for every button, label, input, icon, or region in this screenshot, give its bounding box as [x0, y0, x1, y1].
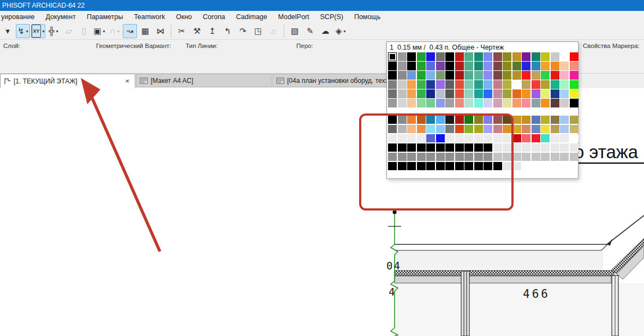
- explode-icon[interactable]: ◳: [251, 24, 265, 38]
- pen-color-cell[interactable]: [541, 125, 550, 134]
- pen-color-cell[interactable]: [522, 134, 530, 143]
- menu-item-corona[interactable]: Corona: [198, 11, 231, 23]
- pen-color-cell[interactable]: [551, 80, 559, 89]
- pen-color-cell[interactable]: [570, 99, 579, 107]
- magic-line-icon[interactable]: ↝: [123, 24, 137, 38]
- pen-color-cell[interactable]: [417, 89, 426, 98]
- pen-color-cell[interactable]: [417, 71, 426, 80]
- pen-color-cell[interactable]: [560, 153, 569, 161]
- pen-color-cell[interactable]: [560, 62, 569, 70]
- pen-color-cell[interactable]: [436, 80, 445, 89]
- cloud-estimate-icon[interactable]: ☁: [318, 24, 332, 38]
- pen-color-cell[interactable]: [522, 89, 530, 98]
- pen-color-cell[interactable]: [551, 62, 559, 70]
- pen-color-cell[interactable]: [522, 143, 530, 152]
- pen-color-cell[interactable]: [484, 99, 492, 107]
- pen-color-cell[interactable]: [417, 99, 426, 107]
- pen-color-cell[interactable]: [522, 80, 530, 89]
- pen-color-cell[interactable]: [474, 62, 483, 70]
- pen-color-cell[interactable]: [464, 71, 473, 80]
- pen-color-cell[interactable]: [532, 116, 540, 124]
- pen-color-cell[interactable]: [560, 116, 569, 124]
- pen-color-cell[interactable]: [541, 71, 550, 80]
- pen-color-cell[interactable]: [532, 80, 540, 89]
- dropdown-arrow-icon[interactable]: ▾: [26, 29, 28, 34]
- pen-color-cell[interactable]: [522, 71, 530, 80]
- fillet-icon[interactable]: ↷: [236, 24, 250, 38]
- pen-color-cell[interactable]: [541, 153, 550, 161]
- pen-color-cell[interactable]: [436, 89, 445, 98]
- pen-color-cell[interactable]: [560, 71, 569, 80]
- pen-color-cell[interactable]: [541, 89, 550, 98]
- pen-color-cell[interactable]: [522, 52, 530, 61]
- pen-color-cell[interactable]: [464, 89, 473, 98]
- pen-color-cell[interactable]: [503, 89, 511, 98]
- pen-color-cell[interactable]: [464, 52, 473, 61]
- pen-color-cell[interactable]: [493, 99, 502, 107]
- pen-color-cell[interactable]: [532, 89, 540, 98]
- pen-color-cell[interactable]: [398, 71, 407, 80]
- pen-color-cell[interactable]: [570, 153, 579, 161]
- pen-color-cell[interactable]: [522, 125, 530, 134]
- menu-item-уирование[interactable]: уирование: [0, 11, 40, 23]
- pen-color-cell[interactable]: [455, 62, 464, 70]
- overflow-dropdown-icon[interactable]: ▾: [1, 24, 15, 38]
- pen-color-cell[interactable]: [503, 62, 511, 70]
- pen-color-cell[interactable]: [474, 89, 483, 98]
- pen-color-cell[interactable]: [512, 71, 521, 80]
- pen-color-cell[interactable]: [398, 62, 407, 70]
- pen-color-cell[interactable]: [560, 125, 569, 134]
- pen-color-cell[interactable]: [484, 80, 492, 89]
- pen-color-cell[interactable]: [398, 89, 407, 98]
- pen-color-cell[interactable]: [512, 80, 521, 89]
- pen-color-cell[interactable]: [493, 62, 502, 70]
- pen-color-cell[interactable]: [407, 80, 416, 89]
- pen-color-cell[interactable]: [484, 89, 492, 98]
- duplicate-icon[interactable]: ▣▾: [92, 24, 106, 38]
- menu-item-teamwork[interactable]: Teamwork: [129, 11, 171, 23]
- pen-color-cell[interactable]: [455, 80, 464, 89]
- pen-color-cell[interactable]: [532, 125, 540, 134]
- pen-color-cell[interactable]: [522, 116, 530, 124]
- pen-color-cell[interactable]: [560, 99, 569, 107]
- pen-color-cell[interactable]: [560, 52, 569, 61]
- pen-color-cell[interactable]: [474, 71, 483, 80]
- tab-1[interactable]: [1. ТЕКУЩИЙ ЭТАЖ]×: [0, 74, 135, 88]
- pen-color-cell[interactable]: [426, 62, 435, 70]
- pen-color-cell[interactable]: [512, 99, 521, 107]
- menu-item-окно[interactable]: Окно: [171, 11, 198, 23]
- tab-2[interactable]: [Макет A4 AC]: [136, 74, 272, 87]
- dropdown-arrow-icon[interactable]: ▾: [43, 29, 45, 34]
- pen-color-cell[interactable]: [455, 71, 464, 80]
- pen-color-cell[interactable]: [455, 99, 464, 107]
- pen-color-cell[interactable]: [407, 52, 416, 61]
- pen-color-cell[interactable]: [541, 134, 550, 143]
- pen-color-cell[interactable]: [426, 52, 435, 61]
- pen-color-cell[interactable]: [532, 143, 540, 152]
- trim-line-icon[interactable]: ↯▾: [16, 24, 30, 38]
- pen-color-cell[interactable]: [560, 89, 569, 98]
- pen-color-cell[interactable]: [426, 89, 435, 98]
- pen-color-cell[interactable]: [407, 71, 416, 80]
- pen-color-cell[interactable]: [445, 89, 454, 98]
- pen-color-cell[interactable]: [522, 62, 530, 70]
- pen-color-cell[interactable]: [570, 134, 579, 143]
- pen-color-cell[interactable]: [484, 62, 492, 70]
- dropdown-arrow-icon[interactable]: ▾: [56, 29, 58, 34]
- dropdown-arrow-icon[interactable]: ▾: [103, 29, 105, 34]
- pen-color-cell[interactable]: [570, 143, 579, 152]
- pen-color-cell[interactable]: [503, 52, 511, 61]
- pen-color-cell[interactable]: [551, 116, 559, 124]
- pen-color-cell[interactable]: [464, 62, 473, 70]
- menu-item-cadimage[interactable]: Cadimage: [231, 11, 273, 23]
- stretch-marquee-icon[interactable]: ▧: [288, 24, 302, 38]
- pen-color-cell[interactable]: [436, 99, 445, 107]
- menu-item-modelport[interactable]: ModelPort: [273, 11, 315, 23]
- pen-color-cell[interactable]: [522, 99, 530, 107]
- pen-color-cell[interactable]: [455, 89, 464, 98]
- dimension-ruler-icon[interactable]: ▦: [138, 24, 152, 38]
- pen-color-cell[interactable]: [417, 52, 426, 61]
- pen-color-cell[interactable]: [570, 62, 579, 70]
- dropdown-arrow-icon[interactable]: ▾: [117, 29, 120, 34]
- annotate-pencil-icon[interactable]: ✎: [303, 24, 317, 38]
